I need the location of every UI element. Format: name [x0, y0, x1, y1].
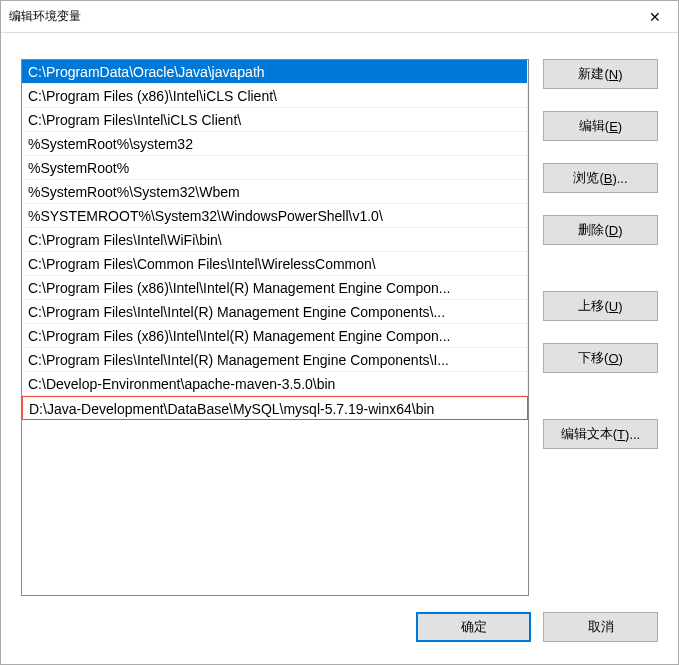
- list-item[interactable]: C:\Program Files\Intel\iCLS Client\: [22, 108, 528, 132]
- delete-button[interactable]: 删除(D): [543, 215, 658, 245]
- dialog-window: 编辑环境变量 ✕ C:\ProgramData\Oracle\Java\java…: [0, 0, 679, 665]
- side-buttons: 新建(N) 编辑(E) 浏览(B)... 删除(D) 上移(U) 下移(O): [543, 59, 658, 596]
- path-listbox[interactable]: C:\ProgramData\Oracle\Java\javapathC:\Pr…: [21, 59, 529, 596]
- list-item[interactable]: C:\Program Files (x86)\Intel\iCLS Client…: [22, 84, 528, 108]
- list-item[interactable]: %SystemRoot%\system32: [22, 132, 528, 156]
- new-button[interactable]: 新建(N): [543, 59, 658, 89]
- close-button[interactable]: ✕: [632, 1, 678, 33]
- list-item[interactable]: C:\Program Files (x86)\Intel\Intel(R) Ma…: [22, 276, 528, 300]
- list-item[interactable]: C:\Program Files (x86)\Intel\Intel(R) Ma…: [22, 324, 528, 348]
- movedown-button[interactable]: 下移(O): [543, 343, 658, 373]
- content-area: C:\ProgramData\Oracle\Java\javapathC:\Pr…: [1, 33, 678, 606]
- list-item[interactable]: D:\Java-Development\DataBase\MySQL\mysql…: [22, 396, 528, 420]
- list-item[interactable]: C:\Program Files\Intel\WiFi\bin\: [22, 228, 528, 252]
- list-item[interactable]: C:\ProgramData\Oracle\Java\javapath: [22, 60, 528, 84]
- browse-button[interactable]: 浏览(B)...: [543, 163, 658, 193]
- close-icon: ✕: [649, 9, 661, 25]
- list-item[interactable]: %SystemRoot%\System32\Wbem: [22, 180, 528, 204]
- titlebar: 编辑环境变量 ✕: [1, 1, 678, 33]
- list-item[interactable]: C:\Program Files\Common Files\Intel\Wire…: [22, 252, 528, 276]
- list-item[interactable]: %SystemRoot%: [22, 156, 528, 180]
- list-item[interactable]: %SYSTEMROOT%\System32\WindowsPowerShell\…: [22, 204, 528, 228]
- footer: 确定 取消: [1, 606, 678, 664]
- moveup-button[interactable]: 上移(U): [543, 291, 658, 321]
- edittext-button[interactable]: 编辑文本(T)...: [543, 419, 658, 449]
- list-item[interactable]: C:\Program Files\Intel\Intel(R) Manageme…: [22, 300, 528, 324]
- edit-button[interactable]: 编辑(E): [543, 111, 658, 141]
- ok-button[interactable]: 确定: [416, 612, 531, 642]
- cancel-button[interactable]: 取消: [543, 612, 658, 642]
- window-title: 编辑环境变量: [9, 8, 632, 25]
- list-item[interactable]: C:\Program Files\Intel\Intel(R) Manageme…: [22, 348, 528, 372]
- list-item[interactable]: C:\Develop-Environment\apache-maven-3.5.…: [22, 372, 528, 396]
